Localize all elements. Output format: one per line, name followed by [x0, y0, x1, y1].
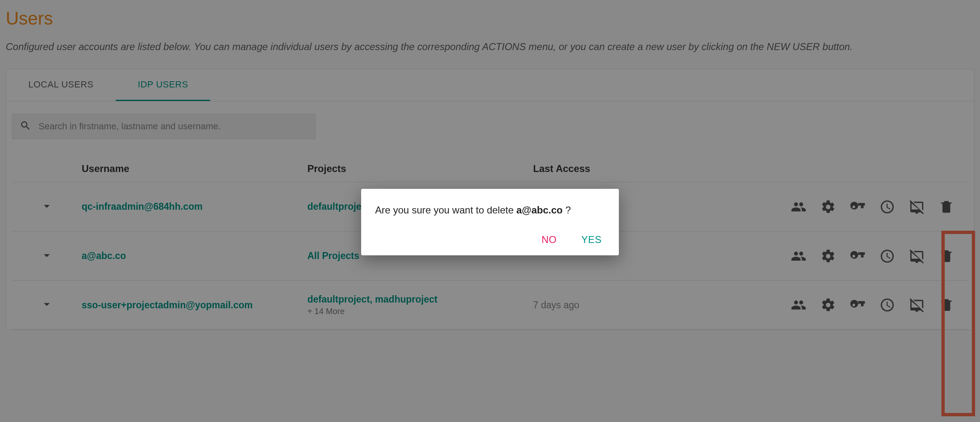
dialog-prefix: Are you sure you want to delete — [375, 204, 516, 216]
dialog-suffix: ? — [563, 204, 571, 216]
yes-button[interactable]: YES — [581, 234, 602, 245]
confirm-delete-dialog: Are you sure you want to delete a@abc.co… — [361, 189, 619, 255]
dialog-target: a@abc.co — [516, 204, 563, 216]
dialog-actions: NO YES — [375, 234, 605, 245]
no-button[interactable]: NO — [541, 234, 556, 245]
dialog-message: Are you sure you want to delete a@abc.co… — [375, 204, 605, 216]
